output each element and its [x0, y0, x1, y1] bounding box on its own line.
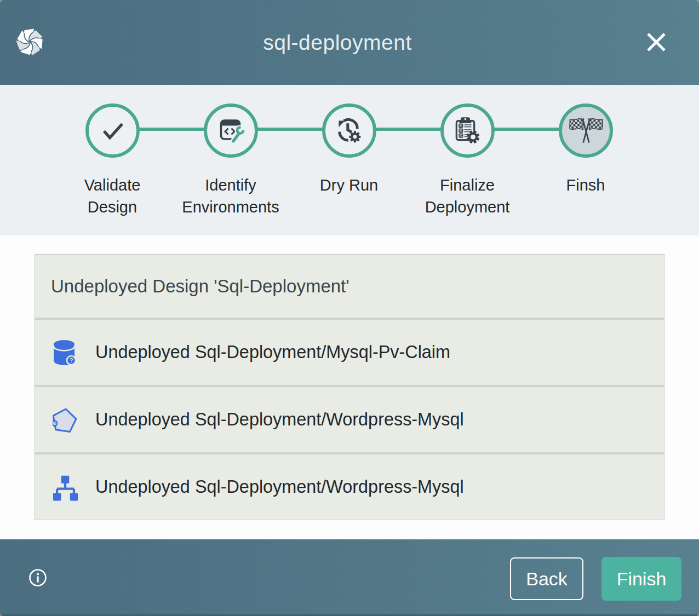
- svg-text:?: ?: [70, 357, 73, 364]
